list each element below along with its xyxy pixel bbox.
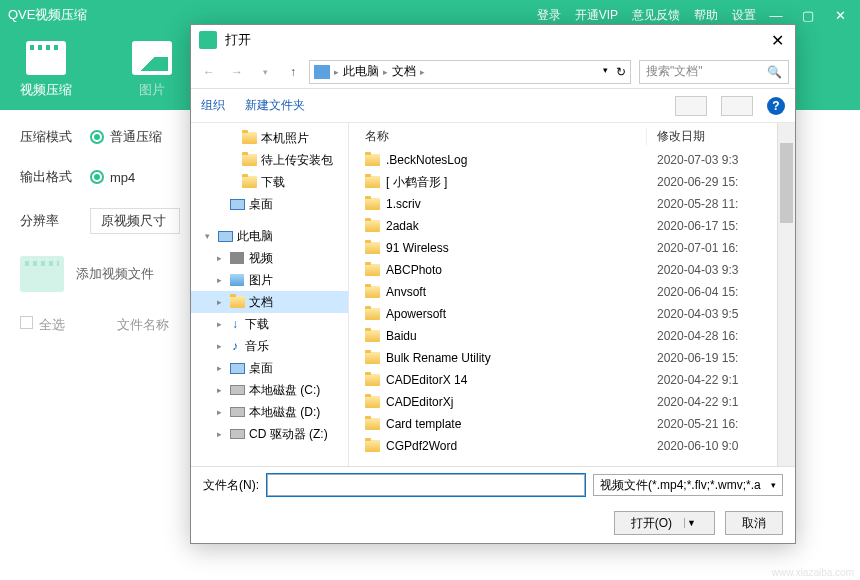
breadcrumb[interactable]: ▸ 此电脑 ▸ 文档 ▸ ▾ ↻: [309, 60, 631, 84]
dialog-close-button[interactable]: ✕: [767, 31, 787, 50]
expand-arrow[interactable]: ▸: [213, 275, 225, 285]
breadcrumb-dropdown[interactable]: ▾: [603, 65, 608, 79]
tree-item[interactable]: 本机照片: [191, 127, 348, 149]
tab-video-label: 视频压缩: [20, 81, 72, 99]
file-filter-select[interactable]: 视频文件(*.mp4;*.flv;*.wmv;*.a ▾: [593, 474, 783, 496]
chevron-down-icon: ▾: [771, 480, 776, 490]
tree-item[interactable]: ▸本地磁盘 (C:): [191, 379, 348, 401]
tree-item[interactable]: ▸↓下载: [191, 313, 348, 335]
expand-arrow[interactable]: ▾: [201, 231, 213, 241]
file-row[interactable]: Baidu2020-04-28 16:: [349, 325, 777, 347]
file-row[interactable]: Apowersoft2020-04-03 9:5: [349, 303, 777, 325]
column-name-header[interactable]: 名称: [349, 128, 647, 145]
folder-icon: [365, 418, 380, 430]
preview-pane-button[interactable]: [721, 96, 753, 116]
tree-item[interactable]: ▸♪音乐: [191, 335, 348, 357]
expand-arrow[interactable]: ▸: [213, 319, 225, 329]
breadcrumb-refresh[interactable]: ↻: [616, 65, 626, 79]
folder-icon: [365, 154, 380, 166]
breadcrumb-current[interactable]: 文档: [392, 63, 416, 80]
expand-arrow[interactable]: ▸: [213, 385, 225, 395]
file-name: CADEditorXj: [386, 395, 453, 409]
help-icon[interactable]: ?: [767, 97, 785, 115]
mode-radio[interactable]: [90, 130, 104, 144]
nav-forward-button[interactable]: →: [225, 60, 249, 84]
expand-arrow[interactable]: ▸: [213, 297, 225, 307]
file-date: 2020-05-21 16:: [647, 417, 777, 431]
breadcrumb-root[interactable]: 此电脑: [343, 63, 379, 80]
file-row[interactable]: [ 小鹤音形 ]2020-06-29 15:: [349, 171, 777, 193]
expand-arrow[interactable]: ▸: [213, 253, 225, 263]
format-radio[interactable]: [90, 170, 104, 184]
tree-item[interactable]: 下载: [191, 171, 348, 193]
chevron-right-icon: ▸: [334, 67, 339, 77]
tree-item[interactable]: ▸文档: [191, 291, 348, 313]
tree-item-label: 本地磁盘 (C:): [249, 382, 320, 399]
tree-item[interactable]: ▸图片: [191, 269, 348, 291]
mode-value: 普通压缩: [110, 128, 162, 146]
cancel-button[interactable]: 取消: [725, 511, 783, 535]
file-date: 2020-07-01 16:: [647, 241, 777, 255]
film-icon: [20, 256, 64, 292]
menu-settings[interactable]: 设置: [732, 7, 756, 24]
file-row[interactable]: Bulk Rename Utility2020-06-19 15:: [349, 347, 777, 369]
menu-vip[interactable]: 开通VIP: [575, 7, 618, 24]
folder-icon: [365, 176, 380, 188]
column-date-header[interactable]: 修改日期: [647, 128, 777, 145]
expand-arrow[interactable]: ▸: [213, 341, 225, 351]
search-input[interactable]: 搜索"文档" 🔍: [639, 60, 789, 84]
file-row[interactable]: CGPdf2Word2020-06-10 9:0: [349, 435, 777, 457]
file-name: Apowersoft: [386, 307, 446, 321]
expand-arrow[interactable]: ▸: [213, 363, 225, 373]
file-date: 2020-04-03 9:5: [647, 307, 777, 321]
filename-input[interactable]: [267, 474, 585, 496]
file-row[interactable]: 2adak2020-06-17 15:: [349, 215, 777, 237]
menu-feedback[interactable]: 意见反馈: [632, 7, 680, 24]
menu-help[interactable]: 帮助: [694, 7, 718, 24]
tree-item[interactable]: 待上传安装包: [191, 149, 348, 171]
nav-back-button[interactable]: ←: [197, 60, 221, 84]
tree-item[interactable]: 桌面: [191, 193, 348, 215]
tree-item-label: 本地磁盘 (D:): [249, 404, 320, 421]
tree-item-label: 桌面: [249, 196, 273, 213]
select-all-checkbox[interactable]: 全选: [20, 316, 65, 334]
file-list[interactable]: .BeckNotesLog2020-07-03 9:3[ 小鹤音形 ]2020-…: [349, 149, 777, 466]
file-row[interactable]: .BeckNotesLog2020-07-03 9:3: [349, 149, 777, 171]
expand-arrow[interactable]: ▸: [213, 407, 225, 417]
file-name: Anvsoft: [386, 285, 426, 299]
folder-tree[interactable]: 本机照片待上传安装包下载桌面▾此电脑▸视频▸图片▸文档▸↓下载▸♪音乐▸桌面▸本…: [191, 123, 349, 466]
expand-arrow[interactable]: ▸: [213, 429, 225, 439]
view-mode-button[interactable]: [675, 96, 707, 116]
open-button[interactable]: 打开(O) ▼: [614, 511, 715, 535]
resolution-select[interactable]: 原视频尺寸: [90, 208, 180, 234]
file-row[interactable]: 1.scriv2020-05-28 11:: [349, 193, 777, 215]
organize-menu[interactable]: 组织: [201, 97, 225, 114]
chevron-right-icon: ▸: [420, 67, 425, 77]
file-row[interactable]: CADEditorX 142020-04-22 9:1: [349, 369, 777, 391]
tab-video-compress[interactable]: 视频压缩: [20, 41, 72, 99]
file-row[interactable]: 91 Wireless2020-07-01 16:: [349, 237, 777, 259]
video-icon: [26, 41, 66, 75]
file-name: Card template: [386, 417, 461, 431]
maximize-button[interactable]: ▢: [796, 8, 820, 23]
tab-image[interactable]: 图片: [132, 41, 172, 99]
drive-icon: [229, 383, 245, 397]
file-row[interactable]: Anvsoft2020-06-04 15:: [349, 281, 777, 303]
tree-item[interactable]: ▸CD 驱动器 (Z:): [191, 423, 348, 445]
tree-item[interactable]: ▸本地磁盘 (D:): [191, 401, 348, 423]
vertical-scrollbar[interactable]: [777, 123, 795, 466]
nav-up-button[interactable]: ↑: [281, 60, 305, 84]
newfolder-button[interactable]: 新建文件夹: [245, 97, 305, 114]
open-dropdown[interactable]: ▼: [684, 518, 698, 528]
minimize-button[interactable]: —: [764, 8, 788, 23]
file-row[interactable]: Card template2020-05-21 16:: [349, 413, 777, 435]
menu-login[interactable]: 登录: [537, 7, 561, 24]
file-row[interactable]: CADEditorXj2020-04-22 9:1: [349, 391, 777, 413]
tree-item[interactable]: ▸视频: [191, 247, 348, 269]
close-button[interactable]: ✕: [828, 8, 852, 23]
nav-recent-button[interactable]: ▾: [253, 60, 277, 84]
tree-item[interactable]: ▸桌面: [191, 357, 348, 379]
tree-item[interactable]: ▾此电脑: [191, 225, 348, 247]
folder-icon: [365, 374, 380, 386]
file-row[interactable]: ABCPhoto2020-04-03 9:3: [349, 259, 777, 281]
